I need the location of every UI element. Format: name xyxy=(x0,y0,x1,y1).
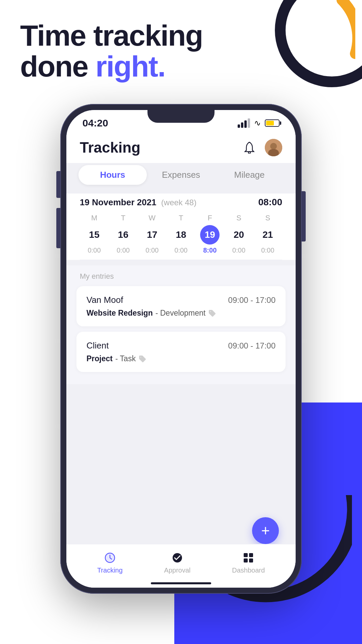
phone-outer: 04:20 ∿ Tracking xyxy=(60,104,302,594)
entry-card-2[interactable]: Client 09:00 - 17:00 Project - Task xyxy=(76,332,286,372)
entry-card-1[interactable]: Van Moof 09:00 - 17:00 Website Redesign … xyxy=(76,286,286,326)
entries-label: My entries xyxy=(76,272,286,281)
bell-icon[interactable] xyxy=(241,139,258,156)
phone-notch xyxy=(147,110,215,123)
entry-task-2: - Task xyxy=(115,354,136,363)
status-icons: ∿ xyxy=(238,118,280,128)
bg-orange-arc xyxy=(275,0,355,68)
entry-client-1: Van Moof xyxy=(86,295,123,305)
calendar-total: 08:00 xyxy=(258,197,282,208)
nav-label-dashboard: Dashboard xyxy=(232,567,265,574)
add-entry-fab[interactable]: + xyxy=(252,517,279,544)
svg-point-2 xyxy=(270,143,277,150)
tab-expenses[interactable]: Expenses xyxy=(147,165,215,185)
home-indicator xyxy=(151,582,211,584)
day-col-thu[interactable]: T 18 0:00 xyxy=(168,214,194,254)
calendar-date: 19 November 2021 xyxy=(80,197,156,207)
hero-line1: Time tracking xyxy=(20,20,203,51)
entry-project-1: Website Redesign xyxy=(86,309,153,318)
avatar xyxy=(265,139,282,156)
wifi-icon: ∿ xyxy=(254,118,261,128)
app-title: Tracking xyxy=(80,139,140,156)
entry-task-1: - Development xyxy=(156,309,206,318)
day-col-wed[interactable]: W 17 0:00 xyxy=(139,214,166,254)
day-col-sat[interactable]: S 20 0:00 xyxy=(226,214,252,254)
nav-item-dashboard[interactable]: Dashboard xyxy=(232,551,265,574)
header-icons xyxy=(241,139,282,156)
calendar-header: 19 November 2021 (week 48) 08:00 xyxy=(80,197,282,208)
nav-label-approval: Approval xyxy=(164,567,191,574)
power-button xyxy=(302,191,306,241)
tab-hours[interactable]: Hours xyxy=(78,165,147,185)
days-row: M 15 0:00 T 16 0:00 W 17 0:00 xyxy=(80,214,282,254)
bottom-navigation: Tracking Approval xyxy=(66,544,296,588)
volume-up-button xyxy=(56,171,60,198)
nav-item-approval[interactable]: Approval xyxy=(164,551,191,574)
entry-project-2: Project xyxy=(86,354,113,363)
hero-text: Time tracking done right. xyxy=(20,20,203,82)
grid-icon xyxy=(242,551,255,565)
phone-screen: 04:20 ∿ Tracking xyxy=(66,110,296,588)
calendar-section: 19 November 2021 (week 48) 08:00 M 15 0:… xyxy=(66,194,296,260)
day-col-tue[interactable]: T 16 0:00 xyxy=(110,214,136,254)
divider xyxy=(80,260,282,260)
nav-item-tracking[interactable]: Tracking xyxy=(97,551,123,574)
hero-done: done xyxy=(20,50,96,83)
svg-point-0 xyxy=(248,152,250,154)
nav-label-tracking: Tracking xyxy=(97,567,123,574)
status-time: 04:20 xyxy=(82,117,108,129)
entry-time-2: 09:00 - 17:00 xyxy=(228,341,276,351)
day-col-sun[interactable]: S 21 0:00 xyxy=(254,214,281,254)
tabs-container: Hours Expenses Mileage xyxy=(76,163,286,187)
svg-rect-9 xyxy=(249,558,253,562)
entries-section: My entries Van Moof 09:00 - 17:00 Websit… xyxy=(66,265,296,384)
volume-down-button xyxy=(56,208,60,248)
tab-mileage[interactable]: Mileage xyxy=(215,165,284,185)
check-circle-icon xyxy=(171,551,184,565)
phone-mockup: 04:20 ∿ Tracking xyxy=(60,104,302,594)
tag-icon-2 xyxy=(138,355,146,363)
entry-time-1: 09:00 - 17:00 xyxy=(228,296,276,305)
svg-rect-6 xyxy=(244,553,248,557)
hero-line2: done right. xyxy=(20,51,203,82)
svg-rect-8 xyxy=(244,558,248,562)
tag-icon-1 xyxy=(208,309,216,317)
calendar-week: (week 48) xyxy=(161,198,196,207)
entry-client-2: Client xyxy=(86,340,109,351)
hero-highlight: right. xyxy=(96,50,165,83)
app-header: Tracking xyxy=(66,132,296,163)
battery-icon xyxy=(265,119,280,127)
signal-icon xyxy=(238,118,250,128)
day-col-mon[interactable]: M 15 0:00 xyxy=(81,214,108,254)
svg-rect-7 xyxy=(249,553,253,557)
clock-icon xyxy=(103,551,117,565)
day-col-fri[interactable]: F 19 8:00 xyxy=(196,214,223,254)
